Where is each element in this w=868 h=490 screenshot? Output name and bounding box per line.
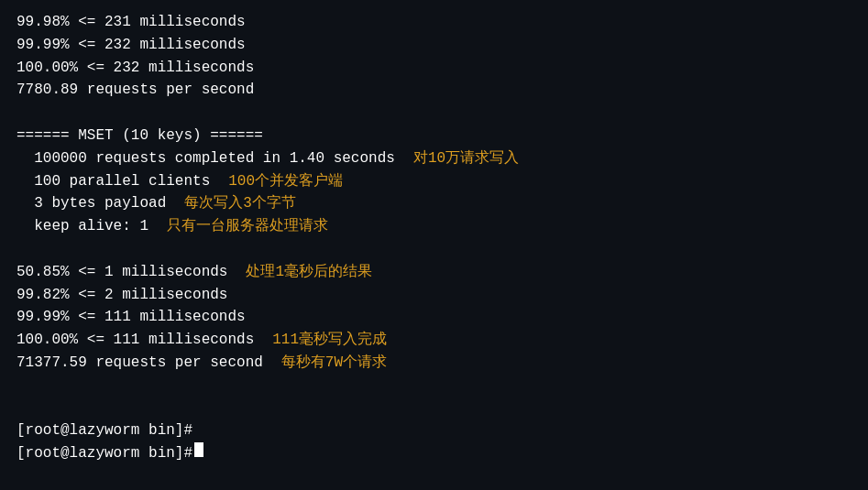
line-text: 100.00% <= 232 milliseconds xyxy=(16,57,254,80)
terminal-line: 7780.89 requests per second xyxy=(16,79,852,102)
cursor xyxy=(194,442,203,457)
line-text: 71377.59 requests per second xyxy=(16,352,263,375)
line-text: ====== MSET (10 keys) ====== xyxy=(16,125,263,147)
terminal-line: [root@lazyworm bin]# xyxy=(16,442,852,465)
terminal-line: 3 bytes payload每次写入3个字节 xyxy=(16,192,852,215)
line-text: 3 bytes payload xyxy=(16,192,166,215)
terminal-line: 99.82% <= 2 milliseconds xyxy=(16,284,852,307)
terminal-line: ====== MSET (10 keys) ====== xyxy=(16,125,852,147)
terminal-line xyxy=(16,102,852,125)
annotation: 每次写入3个字节 xyxy=(184,192,296,215)
line-text: 99.82% <= 2 milliseconds xyxy=(16,284,227,307)
annotation: 只有一台服务器处理请求 xyxy=(167,215,328,238)
terminal-line: 99.99% <= 232 milliseconds xyxy=(16,34,852,57)
terminal-line: 100.00% <= 111 milliseconds111毫秒写入完成 xyxy=(16,329,852,352)
line-text: 99.99% <= 111 milliseconds xyxy=(16,306,246,329)
terminal-line: 100.00% <= 232 milliseconds xyxy=(16,57,852,80)
line-text: [root@lazyworm bin]# xyxy=(16,442,192,465)
terminal: 99.98% <= 231 milliseconds99.99% <= 232 … xyxy=(16,11,852,479)
terminal-line: keep alive: 1只有一台服务器处理请求 xyxy=(16,215,852,238)
terminal-line: [root@lazyworm bin]# xyxy=(16,419,852,442)
annotation: 每秒有7W个请求 xyxy=(281,352,387,375)
annotation: 对10万请求写入 xyxy=(413,147,519,170)
line-text: 100 parallel clients xyxy=(16,170,210,193)
terminal-line xyxy=(16,375,852,397)
terminal-line xyxy=(16,238,852,261)
terminal-line: 100 parallel clients100个并发客户端 xyxy=(16,170,852,193)
line-text: [root@lazyworm bin]# xyxy=(16,419,192,442)
line-text: 99.98% <= 231 milliseconds xyxy=(16,11,246,34)
line-text: 7780.89 requests per second xyxy=(16,79,254,102)
line-text: 100000 requests completed in 1.40 second… xyxy=(16,147,395,170)
line-text: 99.99% <= 232 milliseconds xyxy=(16,34,246,57)
annotation: 100个并发客户端 xyxy=(228,170,343,193)
terminal-line: 99.99% <= 111 milliseconds xyxy=(16,306,852,329)
annotation: 处理1毫秒后的结果 xyxy=(246,261,372,284)
line-text: 100.00% <= 111 milliseconds xyxy=(16,329,254,352)
annotation: 111毫秒写入完成 xyxy=(272,329,387,352)
terminal-line xyxy=(16,397,852,420)
terminal-line: 100000 requests completed in 1.40 second… xyxy=(16,147,852,170)
line-text: keep alive: 1 xyxy=(16,215,148,238)
line-text: 50.85% <= 1 milliseconds xyxy=(16,261,227,284)
terminal-line: 50.85% <= 1 milliseconds处理1毫秒后的结果 xyxy=(16,261,852,284)
terminal-line: 71377.59 requests per second每秒有7W个请求 xyxy=(16,352,852,375)
terminal-line: 99.98% <= 231 milliseconds xyxy=(16,11,852,34)
